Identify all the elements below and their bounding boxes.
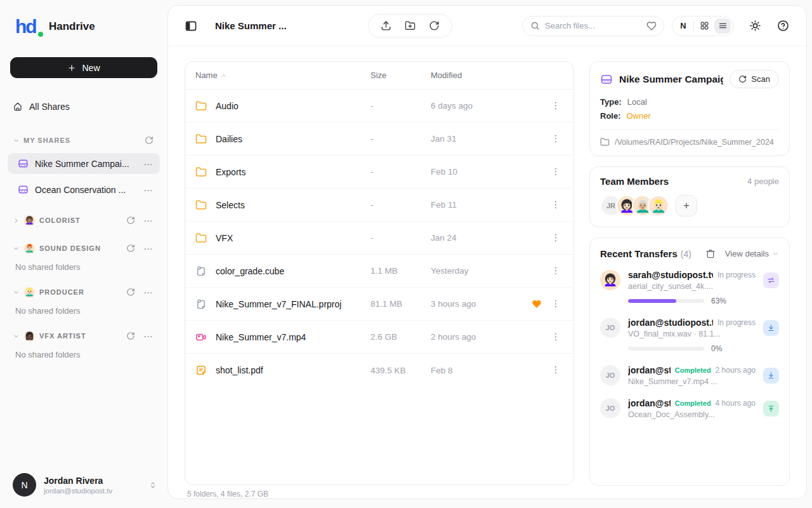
sun-icon [749,20,761,32]
add-member-button[interactable]: + [676,195,697,217]
row-menu-button[interactable]: … [556,233,560,243]
list-view-button[interactable] [714,18,731,34]
transfer-status: In progress [717,318,756,327]
search-bar[interactable] [522,16,664,36]
sidebar-item-nike-summer-campaign[interactable]: Nike Summer Campai... … [8,153,160,174]
transfer-avatar: JO [600,398,620,418]
folder-icon [600,137,610,147]
row-menu-button[interactable]: … [556,332,560,342]
favorites-filter-heart-icon[interactable] [646,21,657,31]
transfer-item[interactable]: JO jordan@st... Completed 2 hours ago Ni… [600,365,779,386]
file-name: Nike_Summer_v7.mp4 [216,332,306,342]
sidebar-toggle-icon[interactable] [185,20,197,32]
chevron-down-icon [13,137,20,144]
table-row-shot-list-pdf[interactable]: shot_list.pdf 439.5 KB Feb 8 … [185,354,573,387]
sidebar-group-colorist[interactable]: 👩🏽‍🦱 COLORIST … [5,213,162,228]
table-row-nike-summer-mp4[interactable]: Nike_Summer_v7.mp4 2.6 GB 2 hours ago … [185,321,573,354]
transfer-email: jordan@st... [628,365,671,375]
team-members-count: 4 people [747,177,779,186]
plus-icon [67,64,76,72]
grid-view-button[interactable] [696,18,712,34]
table-row-selects[interactable]: Selects - Feb 11 … [185,189,573,222]
row-menu-button[interactable]: … [556,200,560,210]
file-name: shot_list.pdf [216,365,263,375]
new-folder-icon[interactable] [405,20,416,31]
refresh-icon[interactable] [429,20,440,31]
upload-icon[interactable] [381,20,391,31]
table-row-dailies[interactable]: Dailies - Jan 31 … [185,123,573,156]
group-menu-button[interactable]: … [143,288,154,292]
row-menu-button[interactable]: … [556,299,560,309]
sidebar: hd Handrive New All Shares MY SHARES Nik… [0,0,167,508]
group-menu-button[interactable]: … [143,244,154,248]
producer-avatar: 👱🏻‍♂️ [24,287,35,298]
chevrons-up-down-icon [148,481,157,490]
column-header-size[interactable]: Size [370,70,431,80]
new-button[interactable]: New [10,57,157,78]
generic-file-icon [195,265,207,277]
sidebar-group-sound-design[interactable]: 👨🏻‍🦰 SOUND DESIGN … [5,241,162,256]
sidebar-item-all-shares[interactable]: All Shares [5,97,162,116]
transfer-item[interactable]: JO jordan@st... Completed 4 hours ago Oc… [600,398,779,419]
refresh-icon[interactable] [126,216,135,225]
help-button[interactable] [777,20,790,32]
share-menu-button[interactable]: … [143,186,154,190]
recent-transfers-title: Recent Transfers(4) [600,248,691,259]
sidebar-group-vfx-artist[interactable]: 👩🏿 VFX ARTIST … [5,328,162,344]
chevron-right-icon [13,217,20,224]
member-avatar[interactable]: 👱🏻‍♂️ [648,195,669,217]
share-path: /Volumes/RAID/Projects/Nike_Summer_2024 [615,138,774,147]
share-menu-button[interactable]: … [143,160,154,164]
sidebar-group-producer[interactable]: 👱🏻‍♂️ PRODUCER … [5,284,162,300]
name-sort-button[interactable]: N [675,18,691,34]
search-input[interactable] [545,21,641,30]
clear-transfers-trash-icon[interactable] [705,249,716,259]
refresh-icon[interactable] [126,244,135,253]
app-logo: hd Handrive [0,0,167,39]
transfer-filename: Ocean_Doc_Assembly... [628,410,756,419]
table-row-color-grade-cube[interactable]: color_grade.cube 1.1 MB Yesterday … [185,255,573,288]
help-circle-icon [777,20,789,32]
chevron-down-icon [13,333,20,340]
sidebar-item-ocean-conservation[interactable]: Ocean Conservation ... … [8,179,160,200]
group-menu-button[interactable]: … [143,217,154,220]
progress-percent: 0% [711,344,722,353]
member-avatar-stack: JR 👩🏻‍🦱 👨🏼‍🦳 👱🏻‍♂️ + [600,195,779,217]
search-icon [530,21,540,30]
folder-icon [195,100,207,112]
refresh-icon[interactable] [145,136,154,145]
row-menu-button[interactable]: … [556,101,560,111]
row-menu-button[interactable]: … [556,365,560,375]
table-row-nike-summer-prproj[interactable]: Nike_Summer_v7_FINAL.prproj 81.1 MB 3 ho… [185,288,573,321]
empty-folder-note: No shared folders [15,350,167,359]
transfer-item[interactable]: 👩🏻‍🦱 sarah@studiopost.tv In progress aer… [600,270,779,305]
row-menu-button[interactable]: … [556,167,560,177]
theme-toggle-button[interactable] [749,20,762,32]
scan-button[interactable]: Scan [730,70,779,88]
main-header: Nike Summer ... N [168,6,806,46]
column-header-modified[interactable]: Modified [431,70,523,80]
table-row-vfx[interactable]: VFX - Jan 24 … [185,222,573,255]
group-menu-button[interactable]: … [143,332,154,336]
table-row-audio[interactable]: Audio - 6 days ago … [185,90,573,123]
user-avatar: N [13,473,36,497]
row-menu-button[interactable]: … [556,134,560,144]
file-name: Dailies [216,134,242,144]
row-menu-button[interactable]: … [556,266,560,276]
account-switcher[interactable]: N Jordan Rivera jordan@studiopost.tv [0,473,167,508]
refresh-icon[interactable] [126,288,135,297]
sync-transfer-icon [763,272,779,288]
transfer-avatar: 👩🏻‍🦱 [600,270,620,290]
table-row-exports[interactable]: Exports - Feb 10 … [185,156,573,189]
colorist-avatar: 👩🏽‍🦱 [24,215,35,226]
refresh-icon[interactable] [126,331,135,340]
transfer-avatar: JO [600,318,620,338]
progress-percent: 63% [711,297,726,305]
view-details-dropdown[interactable]: View details [725,249,779,258]
transfer-item[interactable]: JO jordan@studiopost.tv In progress VO_f… [600,318,779,353]
favorite-heart-icon[interactable] [532,299,542,309]
folder-icon [195,133,207,145]
column-header-name[interactable]: Name [195,70,370,80]
recent-transfers-card: Recent Transfers(4) View details 👩🏻‍🦱 sa… [589,237,790,486]
my-shares-section-header[interactable]: MY SHARES [5,133,162,148]
